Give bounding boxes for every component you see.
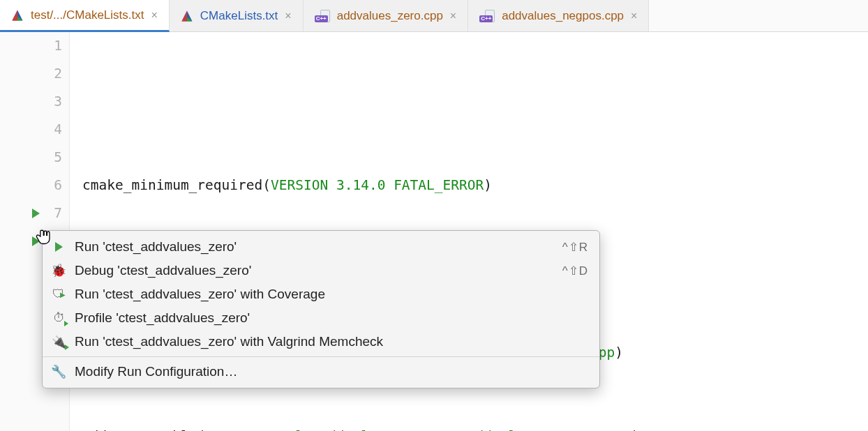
menu-item-shortcut: ^⇧R xyxy=(562,240,588,255)
svg-marker-4 xyxy=(181,10,187,21)
menu-run-valgrind[interactable]: 🔌 Run 'ctest_addvalues_zero' with Valgri… xyxy=(43,330,599,354)
code-line: cmake_minimum_required(VERSION 3.14.0 FA… xyxy=(82,172,868,199)
tab-cmakelists[interactable]: CMakeLists.txt × xyxy=(170,0,304,31)
tab-test-cmakelists[interactable]: test/.../CMakeLists.txt × xyxy=(0,0,170,32)
menu-run[interactable]: Run 'ctest_addvalues_zero' ^⇧R xyxy=(43,235,599,259)
cmake-icon xyxy=(11,9,24,22)
menu-separator xyxy=(43,356,599,357)
line-number: 5 xyxy=(0,144,62,172)
close-icon[interactable]: × xyxy=(631,10,637,22)
menu-profile[interactable]: ⏱ Profile 'ctest_addvalues_zero' xyxy=(43,306,599,330)
line-number: 1 xyxy=(0,32,62,60)
close-icon[interactable]: × xyxy=(450,10,456,22)
menu-item-label: Run 'ctest_addvalues_zero' with Coverage xyxy=(75,287,588,302)
close-icon[interactable]: × xyxy=(285,10,291,22)
menu-item-label: Modify Run Configuration… xyxy=(75,364,588,379)
menu-run-coverage[interactable]: 🛡▶ Run 'ctest_addvalues_zero' with Cover… xyxy=(43,282,599,306)
tab-label: addvalues_zero.cpp xyxy=(337,9,443,23)
line-number: 3 xyxy=(0,88,62,116)
code-line: add_executable(ctest_example_addvalues_n… xyxy=(82,423,868,431)
wrench-icon: 🔧 xyxy=(51,364,66,379)
menu-modify-run-config[interactable]: 🔧 Modify Run Configuration… xyxy=(43,360,599,384)
line-number: 4 xyxy=(0,116,62,144)
tab-addvalues-negpos[interactable]: C++ addvalues_negpos.cpp × xyxy=(468,0,649,31)
svg-marker-1 xyxy=(13,10,18,20)
profile-icon: ⏱ xyxy=(51,310,66,326)
cpp-file-icon: C++ xyxy=(315,10,330,22)
run-gutter-icon[interactable] xyxy=(32,236,40,246)
line-number[interactable]: 7 xyxy=(0,199,62,227)
close-icon[interactable]: × xyxy=(151,9,158,22)
tab-label: CMakeLists.txt xyxy=(200,9,278,23)
run-gutter-icon[interactable] xyxy=(32,209,40,218)
tab-label: test/.../CMakeLists.txt xyxy=(31,8,144,22)
menu-item-label: Run 'ctest_addvalues_zero' xyxy=(75,239,554,255)
menu-item-label: Profile 'ctest_addvalues_zero' xyxy=(75,310,588,326)
line-number: 6 xyxy=(0,172,62,199)
cmake-icon xyxy=(181,10,193,22)
menu-debug[interactable]: 🐞 Debug 'ctest_addvalues_zero' ^⇧D xyxy=(43,259,599,282)
tab-label: addvalues_negpos.cpp xyxy=(502,9,624,23)
line-number: 2 xyxy=(0,60,62,88)
tab-addvalues-zero[interactable]: C++ addvalues_zero.cpp × xyxy=(304,0,469,31)
play-icon xyxy=(51,239,66,255)
menu-item-label: Run 'ctest_addvalues_zero' with Valgrind… xyxy=(75,334,588,349)
menu-item-shortcut: ^⇧D xyxy=(562,264,588,278)
bug-icon: 🐞 xyxy=(51,263,66,278)
cpp-file-icon: C++ xyxy=(479,10,495,22)
run-context-menu: Run 'ctest_addvalues_zero' ^⇧R 🐞 Debug '… xyxy=(42,230,600,388)
valgrind-icon: 🔌 xyxy=(51,334,66,349)
code-line xyxy=(82,88,868,116)
editor-tabbar: test/.../CMakeLists.txt × CMakeLists.txt… xyxy=(0,0,868,32)
coverage-icon: 🛡▶ xyxy=(51,287,66,302)
menu-item-label: Debug 'ctest_addvalues_zero' xyxy=(75,263,554,278)
